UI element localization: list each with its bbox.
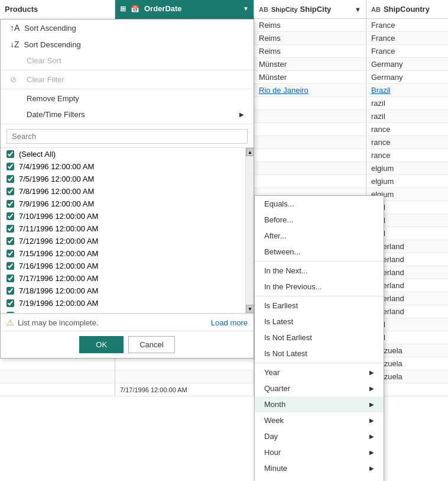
dt-is-earliest-label: Is Earliest [264, 301, 298, 310]
cell-shipcity [254, 162, 366, 175]
dt-second[interactable]: Second ▶ [255, 476, 384, 481]
sort-ascending-item[interactable]: ↑A Sort Ascending [1, 20, 254, 36]
cell-shipcity-link[interactable]: Rio de Janeiro [254, 84, 366, 96]
dt-hour[interactable]: Hour ▶ [255, 444, 384, 460]
cell-shipcity: Reims [254, 45, 366, 57]
dt-is-not-latest-label: Is Not Latest [264, 349, 307, 358]
date-item-9[interactable]: 7/17/1996 12:00:00 AM [1, 272, 245, 285]
date-item-12[interactable]: 7/22/1996 12:00:00 AM [1, 309, 245, 314]
dt-year[interactable]: Year ▶ [255, 364, 384, 380]
ok-button[interactable]: OK [79, 336, 124, 353]
dt-is-earliest[interactable]: Is Earliest [255, 298, 384, 314]
cell-shipcountry: Germany [366, 58, 448, 70]
dt-month[interactable]: Month ▶ [255, 396, 384, 412]
filter-buttons: OK Cancel [1, 331, 254, 358]
date-checkbox-6[interactable] [7, 237, 14, 245]
products-label: Products [5, 5, 38, 14]
clear-sort-label: Clear Sort [27, 56, 61, 65]
clear-filter-label: Clear Filter [27, 75, 64, 84]
remove-empty-label: Remove Empty [27, 94, 79, 103]
dt-after[interactable]: After... [255, 228, 384, 244]
select-all-item[interactable]: (Select All) [1, 148, 245, 160]
checkbox-list: (Select All) 7/4/1996 12:00:00 AM 7/5/19… [1, 148, 254, 314]
dt-in-previous[interactable]: In the Previous... [255, 279, 384, 295]
dt-in-next[interactable]: In the Next... [255, 263, 384, 279]
date-checkbox-4[interactable] [7, 212, 14, 220]
date-checkbox-12[interactable] [7, 312, 14, 314]
remove-empty-item[interactable]: Remove Empty [1, 91, 254, 106]
dt-equals[interactable]: Equals... [255, 196, 384, 212]
col-shipcountry-header: AB ShipCountry [366, 0, 448, 19]
date-checkbox-3[interactable] [7, 200, 14, 208]
date-checkbox-1[interactable] [7, 175, 14, 183]
date-label-12: 7/22/1996 12:00:00 AM [19, 311, 98, 314]
date-checkbox-9[interactable] [7, 275, 14, 282]
cell-shipcountry: France [366, 45, 448, 57]
scroll-up-button[interactable]: ▲ [246, 148, 254, 156]
scroll-down-button[interactable]: ▼ [246, 305, 254, 313]
cell-shipcountry: France [366, 19, 448, 31]
dt-between-label: Between... [264, 247, 300, 256]
warning-icon: ⚠ [7, 318, 14, 327]
cell-shipcity: Reims [254, 19, 366, 31]
date-checkbox-5[interactable] [7, 225, 14, 233]
shipcity-text: ShipCity [300, 5, 332, 14]
dt-month-label: Month [264, 400, 285, 409]
month-arrow: ▶ [369, 401, 374, 408]
sort-descending-item[interactable]: ↓Z Sort Descending [1, 36, 254, 53]
date-item-3[interactable]: 7/9/1996 12:00:00 AM [1, 198, 245, 210]
date-label-4: 7/10/1996 12:00:00 AM [19, 212, 98, 221]
cancel-button[interactable]: Cancel [128, 336, 174, 353]
dt-between[interactable]: Between... [255, 244, 384, 260]
dt-separator-1 [255, 261, 384, 262]
date-checkbox-8[interactable] [7, 262, 14, 270]
table-icon: ⊞ [120, 5, 126, 13]
dt-week[interactable]: Week ▶ [255, 412, 384, 428]
clear-sort-item: Clear Sort [1, 53, 254, 69]
ab-shipcity-icon: AB [259, 6, 268, 13]
search-input[interactable] [7, 129, 248, 144]
dt-quarter[interactable]: Quarter ▶ [255, 380, 384, 396]
date-item-7[interactable]: 7/15/1996 12:00:00 AM [1, 247, 245, 260]
dt-is-latest[interactable]: Is Latest [255, 314, 384, 330]
date-checkbox-10[interactable] [7, 287, 14, 295]
dt-separator-3 [255, 363, 384, 363]
dt-day[interactable]: Day ▶ [255, 428, 384, 444]
cell-shipcountry: rance [366, 149, 448, 162]
dt-after-label: After... [264, 231, 287, 240]
datetime-filters-item[interactable]: Date/Time Filters ▶ [1, 106, 254, 122]
load-more-link[interactable]: Load more [211, 318, 248, 327]
orderdate-dropdown[interactable]: ▼ [243, 5, 249, 12]
date-label-11: 7/19/1996 12:00:00 AM [19, 299, 98, 308]
date-item-11[interactable]: 7/19/1996 12:00:00 AM [1, 297, 245, 309]
dt-is-latest-label: Is Latest [264, 317, 293, 326]
ab-shipcountry-icon: AB [371, 6, 381, 13]
date-checkbox-0[interactable] [7, 163, 14, 170]
dt-minute[interactable]: Minute ▶ [255, 460, 384, 476]
date-checkbox-2[interactable] [7, 188, 14, 195]
date-label-8: 7/16/1996 12:00:00 AM [19, 262, 98, 270]
date-checkbox-7[interactable] [7, 250, 14, 257]
dt-is-not-earliest[interactable]: Is Not Earliest [255, 330, 384, 346]
dt-before[interactable]: Before... [255, 212, 384, 228]
shipcity-filter[interactable]: ▼ [355, 6, 361, 13]
cell-shipcountry-link[interactable]: Brazil [366, 84, 448, 96]
date-checkbox-11[interactable] [7, 299, 14, 307]
dt-is-not-latest[interactable]: Is Not Latest [255, 346, 384, 361]
cell-orderdate [115, 370, 254, 383]
scrollbar[interactable]: ▲ ▼ [245, 148, 254, 313]
date-item-5[interactable]: 7/11/1996 12:00:00 AM [1, 222, 245, 235]
date-item-0[interactable]: 7/4/1996 12:00:00 AM [1, 160, 245, 173]
sort-desc-icon: ↓Z [10, 40, 20, 49]
separator-2 [1, 89, 254, 89]
date-item-1[interactable]: 7/5/1996 12:00:00 AM [1, 173, 245, 185]
date-item-6[interactable]: 7/12/1996 12:00:00 AM [1, 235, 245, 247]
col-orderdate-header[interactable]: ⊞ 📅 OrderDate ▼ [115, 0, 254, 19]
date-item-2[interactable]: 7/8/1996 12:00:00 AM [1, 185, 245, 198]
search-container [1, 125, 254, 148]
date-item-8[interactable]: 7/16/1996 12:00:00 AM [1, 260, 245, 272]
date-item-10[interactable]: 7/18/1996 12:00:00 AM [1, 285, 245, 297]
select-all-checkbox[interactable] [7, 150, 14, 158]
date-item-4[interactable]: 7/10/1996 12:00:00 AM [1, 210, 245, 222]
cell-products [0, 370, 115, 383]
